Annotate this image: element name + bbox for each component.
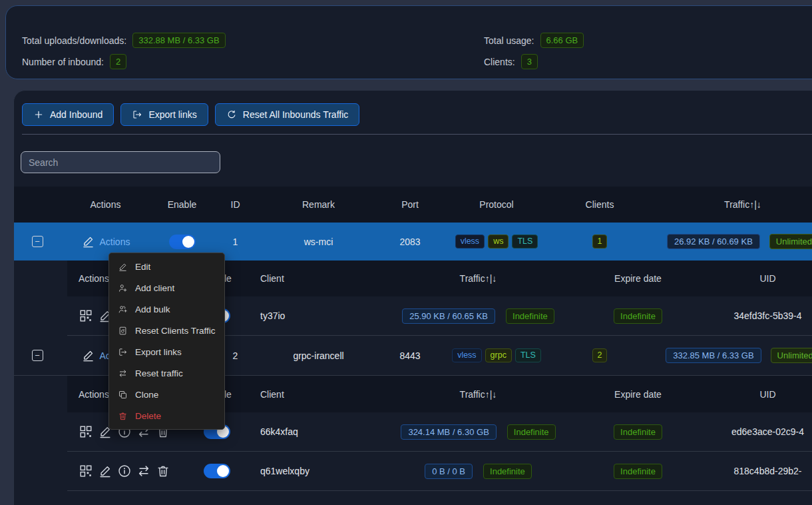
total-badge: Unlimited bbox=[769, 234, 812, 249]
header-remark: Remark bbox=[257, 199, 380, 210]
client-actions bbox=[67, 464, 187, 478]
client-uid: ed6e3ace-02c9-4 bbox=[696, 426, 812, 437]
export-links-button[interactable]: Export links bbox=[120, 103, 208, 126]
inbound-id: 1 bbox=[214, 237, 257, 247]
clients-count-badge: 1 bbox=[592, 235, 608, 249]
traffic-cell: 332.85 MB / 6.33 GB Unlimited bbox=[646, 348, 812, 363]
stat-label: Total uploads/downloads: bbox=[22, 35, 126, 46]
menu-item-label: Export links bbox=[135, 347, 182, 357]
protocol-badge: vless bbox=[455, 235, 485, 249]
file-sync-icon bbox=[118, 326, 128, 336]
client-name: ty37io bbox=[247, 310, 377, 321]
menu-item-clone[interactable]: Clone bbox=[109, 384, 224, 405]
delete-icon[interactable] bbox=[156, 464, 170, 478]
row-actions-dropdown[interactable]: Actions bbox=[61, 235, 150, 249]
add-inbound-button[interactable]: Add Inbound bbox=[22, 103, 114, 126]
stat-value-badge: 332.88 MB / 6.33 GB bbox=[132, 33, 225, 48]
header-expire-date: Expire date bbox=[580, 389, 696, 400]
traffic-badge: 26.92 KB / 60.69 KB bbox=[667, 234, 760, 249]
qr-code-icon[interactable] bbox=[79, 308, 93, 323]
toggle-knob bbox=[182, 236, 194, 248]
toolbar-divider bbox=[22, 134, 812, 135]
protocol-badges: vless grpc TLS bbox=[440, 348, 553, 362]
header-expire-date: Expire date bbox=[580, 273, 696, 284]
stat-total-uploads-downloads: Total uploads/downloads: 332.88 MB / 6.3… bbox=[22, 33, 226, 48]
menu-item-label: Edit bbox=[135, 262, 150, 272]
reset-all-inbounds-traffic-button[interactable]: Reset All Inbounds Traffic bbox=[215, 103, 360, 126]
header-traffic-sort[interactable]: Traffic↑|↓ bbox=[377, 389, 580, 400]
client-name: 66k4xfaq bbox=[247, 426, 377, 437]
stat-label: Total usage: bbox=[484, 35, 534, 46]
menu-item-add-bulk[interactable]: Add bulk bbox=[109, 298, 224, 320]
toolbar: Add Inbound Export links Reset All Inbou… bbox=[22, 103, 359, 126]
menu-item-label: Clone bbox=[135, 390, 158, 400]
header-actions: Actions bbox=[61, 199, 150, 210]
reload-icon bbox=[226, 109, 237, 120]
traffic-cell: 324.14 MB / 6.30 GB Indefinite bbox=[377, 424, 580, 440]
client-name: q61welxqby bbox=[247, 466, 377, 476]
export-icon bbox=[132, 109, 142, 120]
info-icon[interactable] bbox=[117, 464, 132, 478]
menu-item-label: Reset traffic bbox=[135, 368, 183, 378]
menu-item-reset-traffic[interactable]: Reset traffic bbox=[109, 362, 224, 384]
clients-count-badge: 2 bbox=[592, 348, 608, 362]
collapse-toggle[interactable]: − bbox=[32, 350, 43, 361]
edit-pencil-icon bbox=[81, 235, 95, 249]
enable-toggle[interactable] bbox=[169, 235, 196, 249]
collapse-toggle[interactable]: − bbox=[32, 236, 43, 247]
header-traffic-sort[interactable]: Traffic↑|↓ bbox=[646, 199, 812, 210]
edit-pencil-icon[interactable] bbox=[98, 464, 112, 478]
actions-label: Actions bbox=[100, 237, 130, 247]
stat-clients: Clients: 3 bbox=[484, 54, 538, 69]
copy-icon bbox=[118, 390, 128, 400]
menu-item-edit[interactable]: Edit bbox=[109, 256, 224, 277]
client-row-q61welxqby: q61welxqby 0 B / 0 B Indefinite Indefini… bbox=[67, 452, 812, 491]
header-port: Port bbox=[380, 199, 440, 210]
qr-code-icon[interactable] bbox=[79, 464, 93, 478]
inbound-port: 8443 bbox=[380, 350, 440, 361]
export-links-label: Export links bbox=[148, 109, 196, 120]
total-badge: Unlimited bbox=[771, 348, 812, 363]
traffic-cell: 26.92 KB / 60.69 KB Unlimited bbox=[646, 234, 812, 249]
protocol-badges: vless ws TLS bbox=[440, 235, 553, 249]
stat-label: Number of inbound: bbox=[22, 57, 104, 67]
expire-badge: Indefinite bbox=[614, 308, 662, 324]
total-badge: Indefinite bbox=[507, 424, 556, 440]
menu-item-label: Delete bbox=[135, 411, 161, 421]
edit-pencil-icon bbox=[118, 262, 128, 272]
header-client: Client bbox=[247, 273, 377, 284]
header-uid: UID bbox=[696, 389, 812, 400]
menu-item-add-client[interactable]: Add client bbox=[109, 277, 224, 298]
menu-item-delete[interactable]: Delete bbox=[109, 405, 224, 426]
user-add-icon bbox=[118, 283, 128, 293]
inbound-remark: grpc-irancell bbox=[257, 350, 380, 361]
export-icon bbox=[118, 347, 128, 357]
header-protocol: Protocol bbox=[440, 199, 553, 210]
plus-icon bbox=[33, 109, 44, 120]
stat-value-badge: 3 bbox=[521, 54, 538, 69]
menu-item-reset-clients-traffic[interactable]: Reset Clients Traffic bbox=[109, 320, 224, 341]
edit-pencil-icon bbox=[81, 348, 95, 362]
expire-badge: Indefinite bbox=[614, 424, 662, 440]
client-uid: 34efd3fc-5b39-4 bbox=[696, 310, 812, 321]
stat-number-of-inbound: Number of inbound: 2 bbox=[22, 54, 126, 69]
transport-badge: grpc bbox=[485, 348, 512, 362]
traffic-badge: 324.14 MB / 6.30 GB bbox=[401, 424, 496, 440]
traffic-cell: 0 B / 0 B Indefinite bbox=[377, 464, 580, 479]
expire-badge: Indefinite bbox=[614, 464, 662, 479]
toggle-knob bbox=[217, 465, 229, 477]
search-input[interactable] bbox=[21, 151, 220, 173]
menu-item-export-links[interactable]: Export links bbox=[109, 341, 224, 362]
actions-context-menu: Edit Add client Add bulk Reset Clients T… bbox=[108, 252, 225, 430]
enable-toggle[interactable] bbox=[204, 464, 230, 478]
reset-traffic-icon[interactable] bbox=[136, 464, 151, 478]
stat-total-usage: Total usage: 6.66 GB bbox=[484, 33, 584, 48]
qr-code-icon[interactable] bbox=[79, 424, 93, 439]
add-inbound-label: Add Inbound bbox=[50, 109, 102, 120]
tls-badge: TLS bbox=[515, 348, 541, 362]
header-uid: UID bbox=[696, 273, 812, 284]
menu-item-label: Add client bbox=[135, 283, 174, 293]
client-uid: 818c4b8d-29b2- bbox=[696, 466, 812, 476]
stats-panel: Total uploads/downloads: 332.88 MB / 6.3… bbox=[5, 5, 812, 79]
header-traffic-sort[interactable]: Traffic↑|↓ bbox=[377, 273, 580, 284]
